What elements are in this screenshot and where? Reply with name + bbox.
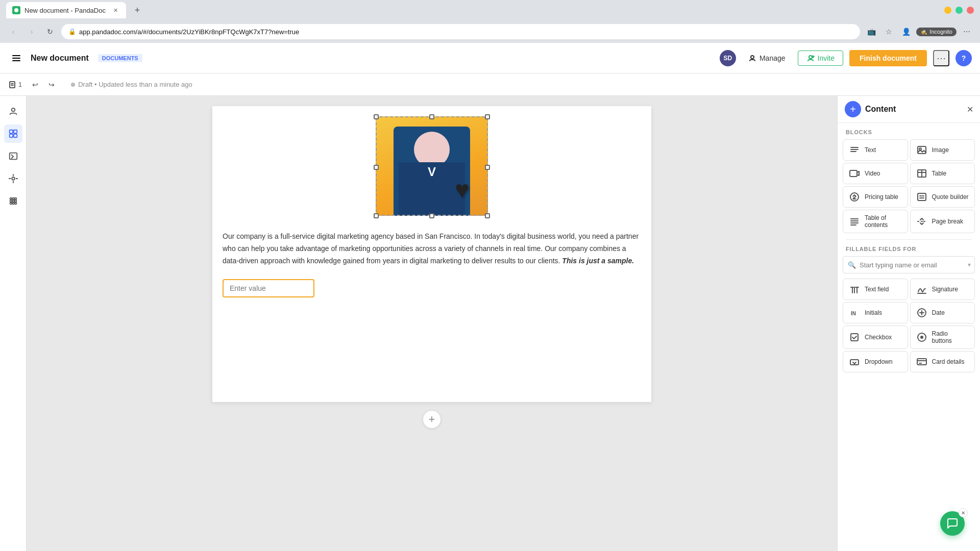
svg-point-20: [10, 198, 12, 200]
new-tab-button[interactable]: +: [130, 3, 144, 17]
address-bar[interactable]: 🔒 app.pandadoc.com/a/#/documents/2UzYiBK…: [61, 24, 860, 39]
more-options-button[interactable]: ⋯: [933, 50, 949, 66]
browser-tab[interactable]: New document - PandaDoc ✕: [6, 2, 126, 18]
fillable-section-label: FILLABLE FIELDS FOR: [838, 240, 980, 256]
radio-buttons-label: Radio buttons: [932, 330, 970, 344]
block-pricing-table[interactable]: Pricing table: [843, 186, 908, 208]
reload-button[interactable]: ↻: [43, 24, 57, 39]
field-dropdown[interactable]: Dropdown: [843, 351, 908, 372]
document-page: V ♥: [212, 106, 651, 402]
svg-rect-15: [13, 134, 16, 137]
svg-rect-32: [918, 146, 926, 154]
svg-rect-14: [9, 134, 12, 137]
signature-label: Signature: [932, 286, 958, 293]
svg-point-27: [12, 203, 14, 205]
field-text-field[interactable]: Text field: [843, 279, 908, 300]
blocks-grid: Text Image Video: [838, 139, 980, 239]
status-text: Draft • Updated less than a minute ago: [78, 81, 192, 88]
field-signature[interactable]: Signature: [910, 279, 975, 300]
fields-grid: Text field Signature IN: [838, 279, 980, 379]
svg-point-22: [14, 198, 16, 200]
block-image[interactable]: Image: [910, 139, 975, 161]
blocks-section-label: BLOCKS: [838, 123, 980, 139]
close-button[interactable]: ✕: [967, 7, 974, 14]
back-button[interactable]: ‹: [6, 24, 20, 39]
finish-document-button[interactable]: Finish document: [849, 50, 927, 66]
manage-button[interactable]: Manage: [742, 51, 792, 65]
extensions-button[interactable]: ⋯: [960, 24, 974, 39]
video-block-icon: [848, 167, 861, 180]
fillable-fields-section: FILLABLE FIELDS FOR 🔍 ▾ Text field: [838, 240, 980, 379]
image-block[interactable]: V ♥: [223, 116, 641, 218]
invite-button[interactable]: Invite: [798, 51, 843, 66]
block-text[interactable]: Text: [843, 139, 908, 161]
signature-icon: [916, 283, 928, 295]
block-toc[interactable]: Table of contents: [843, 210, 908, 233]
dropdown-icon: [848, 356, 861, 368]
text-block-icon: [848, 144, 861, 156]
hamburger-menu-button[interactable]: [8, 50, 24, 66]
documents-badge: DOCUMENTS: [98, 54, 142, 62]
redo-button[interactable]: ↪: [44, 78, 59, 92]
page-number: 1: [8, 81, 22, 89]
date-label: Date: [932, 309, 945, 316]
field-card-details[interactable]: Card details: [910, 351, 975, 372]
bookmark-button[interactable]: ☆: [881, 24, 896, 39]
sidebar-apps-button[interactable]: [4, 192, 22, 210]
left-sidebar: [0, 96, 27, 551]
text-field-icon: [848, 283, 861, 295]
undo-button[interactable]: ↩: [28, 78, 42, 92]
maximize-button[interactable]: □: [955, 7, 963, 14]
chat-close-button[interactable]: ✕: [959, 508, 968, 517]
chat-button[interactable]: ✕: [940, 511, 965, 536]
image-block-label: Image: [932, 146, 949, 154]
quote-builder-label: Quote builder: [932, 193, 969, 201]
block-quote-builder[interactable]: Quote builder: [910, 186, 975, 208]
svg-point-19: [12, 177, 14, 180]
card-details-label: Card details: [932, 358, 965, 365]
minimize-button[interactable]: ─: [944, 7, 951, 14]
user-avatar[interactable]: SD: [720, 50, 736, 66]
sidebar-widgets-button[interactable]: [4, 124, 22, 143]
video-block-label: Video: [865, 170, 880, 177]
block-page-break[interactable]: Page break: [910, 210, 975, 233]
table-block-label: Table: [932, 170, 947, 177]
field-radio-buttons[interactable]: Radio buttons: [910, 325, 975, 349]
date-icon: [916, 307, 928, 319]
sidebar-contacts-button[interactable]: [4, 102, 22, 120]
svg-point-0: [14, 8, 18, 12]
svg-point-4: [751, 56, 754, 59]
profile-button[interactable]: 👤: [899, 24, 913, 39]
block-video[interactable]: Video: [843, 163, 908, 184]
fillable-search-container: 🔍 ▾: [843, 256, 975, 273]
svg-point-28: [14, 203, 16, 205]
panel-close-button[interactable]: ✕: [964, 103, 976, 115]
document-area[interactable]: V ♥: [27, 96, 837, 551]
tab-close-button[interactable]: ✕: [112, 6, 120, 14]
field-initials[interactable]: IN Initials: [843, 302, 908, 323]
sidebar-code-button[interactable]: [4, 147, 22, 165]
forward-button[interactable]: ›: [24, 24, 39, 39]
image-block-icon: [916, 144, 928, 156]
help-button[interactable]: ?: [955, 50, 972, 66]
block-table[interactable]: Table: [910, 163, 975, 184]
sidebar-integrations-button[interactable]: [4, 169, 22, 188]
cast-button[interactable]: 📺: [864, 24, 878, 39]
radio-buttons-icon: [916, 331, 928, 343]
lock-icon: 🔒: [68, 28, 76, 35]
text-field-label: Text field: [865, 286, 889, 293]
document-text-input[interactable]: [223, 279, 314, 297]
toc-icon: [848, 215, 861, 228]
svg-point-21: [12, 198, 14, 200]
field-checkbox[interactable]: Checkbox: [843, 325, 908, 349]
add-block-button[interactable]: +: [423, 410, 441, 429]
search-dropdown-icon[interactable]: ▾: [968, 261, 971, 268]
document-status: Draft • Updated less than a minute ago: [71, 81, 192, 88]
incognito-badge: 🕵 Incognito: [916, 28, 957, 36]
field-date[interactable]: Date: [910, 302, 975, 323]
svg-point-25: [14, 200, 16, 202]
fillable-search-input[interactable]: [843, 256, 975, 273]
pricing-block-icon: [848, 191, 861, 203]
app-toolbar: 1 ↩ ↪ Draft • Updated less than a minute…: [0, 73, 980, 96]
panel-add-button[interactable]: +: [845, 101, 861, 117]
